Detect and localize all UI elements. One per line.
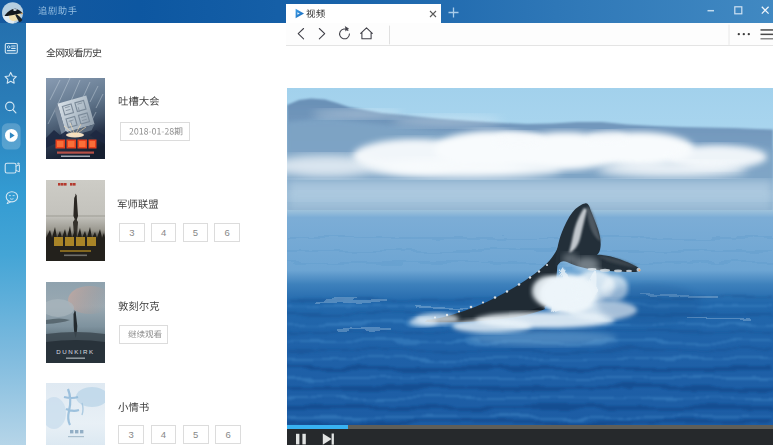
svg-text:DUNKIRK: DUNKIRK [56, 348, 94, 355]
